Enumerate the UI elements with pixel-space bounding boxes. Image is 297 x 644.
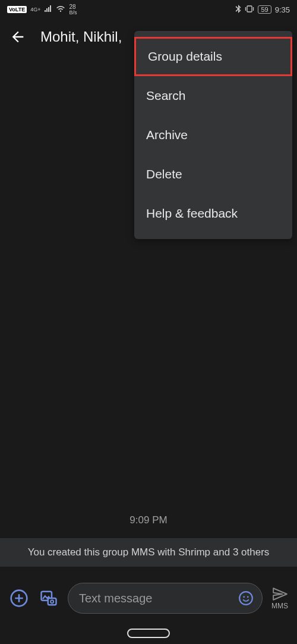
message-timestamp: 9:09 PM [0, 514, 297, 526]
message-input[interactable]: Text message [68, 583, 263, 614]
svg-point-6 [243, 596, 245, 598]
compose-bar: Text message MMS [0, 576, 297, 620]
battery-indicator: 59 [258, 5, 271, 14]
plus-circle-icon [10, 589, 29, 608]
back-button[interactable] [10, 29, 26, 45]
svg-rect-3 [48, 598, 56, 605]
svg-point-5 [239, 592, 252, 605]
smiley-icon [238, 590, 254, 606]
svg-rect-0 [247, 6, 252, 12]
send-button[interactable]: MMS [271, 586, 289, 610]
gallery-camera-icon [40, 589, 58, 607]
menu-item-group-details[interactable]: Group details [134, 37, 292, 76]
emoji-button[interactable] [237, 589, 255, 607]
gallery-button[interactable] [38, 588, 59, 609]
data-speed-unit: B/s [69, 10, 77, 15]
signal-icon [44, 5, 52, 14]
home-indicator[interactable] [127, 629, 170, 638]
arrow-back-icon [10, 29, 26, 45]
status-bar: VoLTE 4G+ 28 B/s 59 9:35 [0, 0, 297, 19]
data-speed: 28 B/s [69, 4, 77, 15]
data-speed-value: 28 [69, 4, 77, 10]
menu-item-search[interactable]: Search [134, 76, 292, 115]
menu-item-delete[interactable]: Delete [134, 155, 292, 194]
wifi-icon [56, 5, 65, 14]
conversation-area: 9:09 PM You created this group MMS with … [0, 514, 297, 567]
send-label: MMS [271, 602, 288, 610]
menu-item-help-feedback[interactable]: Help & feedback [134, 194, 292, 233]
menu-item-archive[interactable]: Archive [134, 115, 292, 155]
volte-badge: VoLTE [7, 6, 27, 13]
status-left: VoLTE 4G+ 28 B/s [7, 4, 77, 15]
message-input-placeholder: Text message [79, 592, 237, 605]
bluetooth-icon [235, 5, 241, 15]
add-attachment-button[interactable] [8, 588, 30, 609]
vibrate-icon [245, 5, 254, 14]
status-right: 59 9:35 [235, 5, 290, 15]
overflow-menu: Group details Search Archive Delete Help… [134, 31, 292, 239]
group-created-banner: You created this group MMS with Shrimp a… [0, 538, 297, 567]
send-icon [271, 586, 289, 602]
svg-point-7 [247, 596, 249, 598]
clock: 9:35 [275, 5, 290, 14]
network-gen: 4G+ [30, 7, 40, 12]
